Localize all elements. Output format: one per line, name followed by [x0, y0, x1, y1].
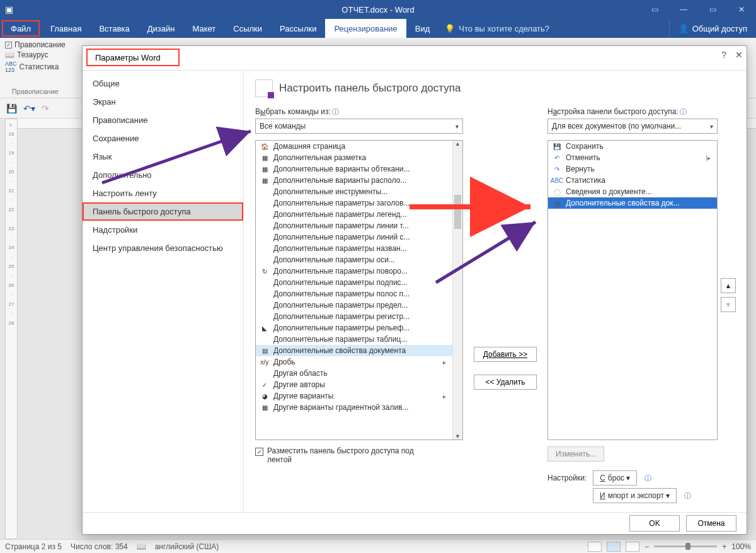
zoom-in[interactable]: + [722, 542, 726, 551]
command-item[interactable]: Дополнительные параметры таблиц... [256, 334, 452, 345]
move-down-button[interactable]: ▼ [721, 297, 736, 312]
command-item[interactable]: ▦Дополнительные варианты обтекани... [256, 163, 452, 175]
dialog-help-button[interactable]: ? [721, 50, 726, 60]
tab-file[interactable]: Файл [2, 20, 40, 37]
command-item[interactable]: Дополнительные параметры заголов... [256, 197, 452, 209]
command-item[interactable]: Дополнительные параметры линий с... [256, 231, 452, 243]
command-item[interactable]: ✓Другие авторы [256, 379, 452, 390]
command-label: Дополнительные параметры таблиц... [273, 335, 407, 344]
view-readmode[interactable] [588, 542, 602, 552]
ribbon-thesaurus[interactable]: 📖Тезаурус [5, 50, 66, 59]
ruler-tab-selector[interactable]: L [10, 122, 13, 127]
command-item[interactable]: Дополнительные параметры линии т... [256, 220, 452, 231]
nav-customize-ribbon[interactable]: Настроить ленту [83, 184, 243, 202]
nav-proofing[interactable]: Правописание [83, 111, 243, 129]
nav-qat[interactable]: Панель быстрого доступа [83, 202, 243, 221]
minimize-button[interactable]: — [669, 0, 698, 19]
nav-addins[interactable]: Надстройки [83, 221, 243, 239]
command-item[interactable]: Дополнительные параметры оси... [256, 254, 452, 265]
zoom-slider[interactable] [654, 545, 717, 547]
view-print[interactable] [607, 542, 621, 552]
choose-commands-dropdown[interactable]: Все команды ▾ [255, 119, 463, 134]
qat-save-icon[interactable]: 💾 [6, 103, 17, 114]
qat-target-dropdown[interactable]: Для всех документов (по умолчани... ▾ [547, 119, 718, 134]
ok-button[interactable]: OK [629, 515, 680, 532]
add-button[interactable]: Добавить >> [474, 347, 537, 362]
command-item[interactable]: Дополнительные параметры легенд... [256, 209, 452, 220]
zoom-value[interactable]: 100% [731, 542, 751, 551]
zoom-out[interactable]: − [644, 542, 649, 551]
ribbon-wordcount[interactable]: ABC123Статистика [5, 61, 66, 73]
view-web[interactable] [626, 542, 639, 552]
share-button[interactable]: 👤 Общий доступ [669, 19, 756, 38]
nav-trust[interactable]: Центр управления безопасностью [83, 239, 243, 257]
tab-design[interactable]: Дизайн [139, 19, 184, 38]
qat-item[interactable]: ↷Вернуть [548, 163, 717, 175]
status-lang[interactable]: английский (США) [155, 542, 219, 551]
command-item[interactable]: x/yДробь▸ [256, 356, 452, 368]
command-item[interactable]: Дополнительные инструменты... [256, 186, 452, 197]
move-up-button[interactable]: ▲ [721, 278, 736, 293]
qat-item[interactable]: ◯Сведения о документе... [548, 186, 717, 197]
qat-item[interactable]: 💾Сохранить [548, 141, 717, 152]
command-item[interactable]: ▦Дополнительные варианты располо... [256, 175, 452, 186]
tab-mailings[interactable]: Рассылки [271, 19, 325, 38]
command-item[interactable]: Дополнительные параметры полос п... [256, 288, 452, 300]
maximize-button[interactable]: ▭ [698, 0, 727, 19]
qat-item[interactable]: ABCСтатистика [548, 175, 717, 186]
qat-item[interactable]: ↶Отменить|▸ [548, 152, 717, 163]
nav-save[interactable]: Сохранение [83, 129, 243, 148]
command-item[interactable]: ▦Другие варианты градиентной залив... [256, 402, 452, 413]
scroll-thumb[interactable] [454, 195, 461, 229]
command-item[interactable]: ▤Дополнительные свойства документа [256, 345, 452, 356]
scroll-up-icon[interactable]: ▲ [455, 141, 461, 147]
import-export-button[interactable]: Импорт и экспорт ▾ [593, 488, 677, 503]
command-item[interactable]: ▦Дополнительная разметка [256, 152, 452, 163]
nav-advanced[interactable]: Дополнительно [83, 166, 243, 184]
tab-home[interactable]: Главная [42, 19, 90, 38]
command-item[interactable]: Дополнительные параметры подпис... [256, 277, 452, 288]
reset-button[interactable]: Сброс ▾ [593, 470, 637, 486]
cancel-button[interactable]: Отмена [686, 515, 736, 532]
command-item[interactable]: Дополнительные параметры регистр... [256, 311, 452, 322]
tab-view[interactable]: Вид [406, 19, 439, 38]
info-icon[interactable]: ⓘ [684, 491, 691, 501]
qat-undo-icon[interactable]: ↶▾ [23, 103, 35, 114]
nav-general[interactable]: Общие [83, 74, 243, 93]
commands-scrollbar[interactable]: ▲ ▼ [452, 141, 462, 439]
command-item[interactable]: ↻Дополнительные параметры поворо... [256, 265, 452, 277]
nav-display[interactable]: Экран [83, 93, 243, 111]
scroll-down-icon[interactable]: ▼ [455, 433, 461, 439]
ribbon-display-icon[interactable]: ▭ [640, 0, 669, 19]
ribbon-spelling[interactable]: ✓Правописание [5, 40, 66, 49]
status-page[interactable]: Страница 2 из 5 [5, 542, 62, 551]
nav-language[interactable]: Язык [83, 148, 243, 166]
qat-redo-icon[interactable]: ↷ [42, 103, 49, 114]
command-item[interactable]: ◕Другие варианты▸ [256, 390, 452, 402]
info-icon[interactable]: ⓘ [644, 474, 651, 483]
close-button[interactable]: ✕ [727, 0, 756, 19]
status-words[interactable]: Число слов: 354 [71, 542, 128, 551]
commands-listbox[interactable]: 🏠Домашняя страница▦Дополнительная размет… [255, 140, 463, 440]
tell-me[interactable]: 💡 Что вы хотите сделать? [445, 19, 549, 38]
info-icon[interactable]: ⓘ [332, 108, 339, 115]
tab-review[interactable]: Рецензирование [325, 19, 406, 38]
remove-button[interactable]: << Удалить [474, 375, 537, 390]
show-qat-below-checkbox[interactable]: ✓ Разместить панель быстрого доступа под… [255, 446, 438, 464]
command-item[interactable]: Другая область [256, 368, 452, 379]
info-icon[interactable]: ⓘ [680, 108, 687, 115]
ruler-vertical[interactable]: L 18 · 19 · 20 · 21 · 22 · 23 · 24 · 25 … [5, 119, 18, 539]
tab-layout[interactable]: Макет [183, 19, 224, 38]
dialog-close-button[interactable]: ✕ [735, 50, 743, 60]
tab-references[interactable]: Ссылки [224, 19, 271, 38]
qat-item[interactable]: ▤Дополнительные свойства док... [548, 197, 717, 209]
command-item[interactable]: Дополнительные параметры назван... [256, 243, 452, 254]
command-item[interactable]: ◣Дополнительные параметры рельеф... [256, 322, 452, 334]
modify-button[interactable]: Изменить... [547, 446, 604, 462]
qat-listbox[interactable]: 💾Сохранить↶Отменить|▸↷ВернутьABCСтатисти… [547, 140, 718, 440]
command-icon [260, 278, 270, 287]
command-icon [260, 199, 270, 207]
command-item[interactable]: Дополнительные параметры предел... [256, 300, 452, 311]
command-item[interactable]: 🏠Домашняя страница [256, 141, 452, 152]
tab-insert[interactable]: Вставка [90, 19, 138, 38]
